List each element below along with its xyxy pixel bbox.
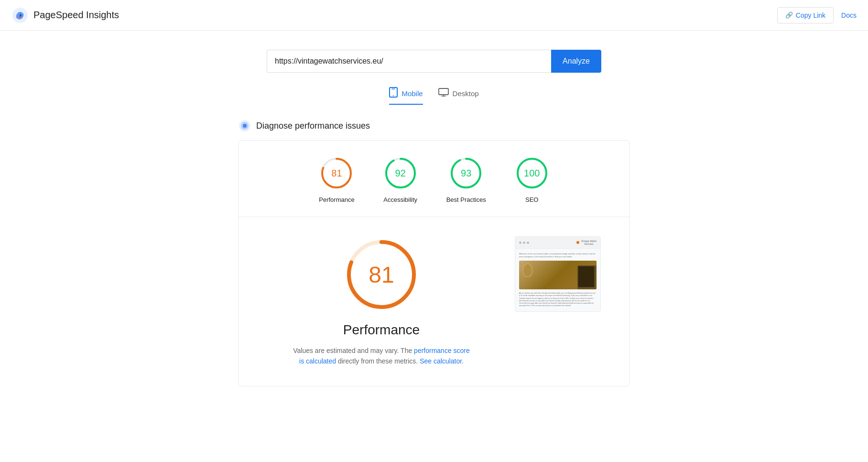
large-performance-score: 81: [369, 262, 394, 288]
scores-card: 81 Performance 92 Accessibility: [238, 140, 630, 386]
best-practices-circle: 93: [449, 156, 483, 190]
diagnose-section: Diagnose performance issues: [238, 119, 630, 132]
app-title: PageSpeed Insights: [33, 10, 119, 21]
desktop-tab-label: Desktop: [453, 89, 479, 98]
screenshot-logo-area: Vintage WatchServices: [576, 240, 597, 245]
accessibility-score: 92: [395, 168, 406, 179]
screenshot-watch-image: [519, 261, 597, 289]
header-left: PageSpeed Insights: [11, 7, 119, 24]
main-content: Analyze Mobile Desktop: [0, 31, 868, 396]
device-tabs: Mobile Desktop: [389, 87, 478, 105]
screenshot-logo-circle: [576, 241, 579, 244]
mobile-icon: [389, 87, 398, 100]
detail-section: 81 Performance Values are estimated and …: [239, 217, 629, 386]
best-practices-score: 93: [461, 168, 471, 179]
accessibility-circle: 92: [383, 156, 418, 190]
screenshot-nav-dots: [519, 242, 529, 244]
screenshot-body-text: All our watches are sold with a 14 days …: [519, 292, 597, 308]
performance-score: 81: [331, 168, 342, 179]
svg-point-3: [393, 95, 394, 96]
score-item-best-practices[interactable]: 93 Best Practices: [446, 156, 486, 203]
docs-link[interactable]: Docs: [841, 11, 857, 19]
mobile-tab-label: Mobile: [401, 89, 423, 98]
best-practices-label: Best Practices: [446, 196, 486, 203]
copy-link-button[interactable]: 🔗 Copy Link: [777, 7, 834, 23]
detail-title: Performance: [343, 322, 420, 338]
tab-mobile[interactable]: Mobile: [389, 87, 423, 105]
scores-row: 81 Performance 92 Accessibility: [239, 141, 629, 217]
large-performance-circle: 81: [343, 236, 420, 313]
svg-point-1: [19, 16, 21, 18]
screenshot-logo-text: Vintage WatchServices: [581, 240, 597, 245]
score-item-performance[interactable]: 81 Performance: [319, 156, 354, 203]
accessibility-label: Accessibility: [383, 196, 417, 203]
screenshot-intro-text: Welcome to the most trusted seller of ex…: [519, 253, 597, 258]
calculator-link[interactable]: See calculator.: [420, 357, 464, 365]
performance-label: Performance: [319, 196, 354, 203]
screenshot-dot-3: [527, 242, 529, 244]
seo-label: SEO: [525, 196, 538, 203]
pagespeed-logo-icon: [11, 7, 29, 24]
website-screenshot: Vintage WatchServices Welcome to the mos…: [515, 236, 601, 312]
copy-link-icon: 🔗: [785, 11, 793, 19]
diagnose-title: Diagnose performance issues: [256, 121, 370, 131]
score-item-seo[interactable]: 100 SEO: [515, 156, 549, 203]
seo-circle: 100: [515, 156, 549, 190]
svg-rect-5: [439, 88, 448, 95]
seo-score: 100: [524, 168, 540, 179]
screenshot-dot-2: [523, 242, 525, 244]
url-input-area: Analyze: [267, 50, 601, 73]
diagnose-icon: [238, 119, 251, 132]
performance-circle: 81: [319, 156, 354, 190]
score-item-accessibility[interactable]: 92 Accessibility: [383, 156, 418, 203]
svg-point-10: [243, 124, 247, 128]
url-input[interactable]: [267, 50, 551, 73]
tab-desktop[interactable]: Desktop: [438, 87, 479, 105]
header-right: 🔗 Copy Link Docs: [777, 7, 857, 23]
analyze-button[interactable]: Analyze: [551, 50, 601, 73]
detail-description: Values are estimated and may vary. The p…: [291, 345, 472, 367]
header: PageSpeed Insights 🔗 Copy Link Docs: [0, 0, 868, 31]
screenshot-dot-1: [519, 242, 521, 244]
detail-left: 81 Performance Values are estimated and …: [267, 236, 496, 367]
desktop-icon: [438, 88, 449, 99]
screenshot-content: Welcome to the most trusted seller of ex…: [515, 249, 600, 311]
screenshot-header: Vintage WatchServices: [515, 237, 600, 249]
